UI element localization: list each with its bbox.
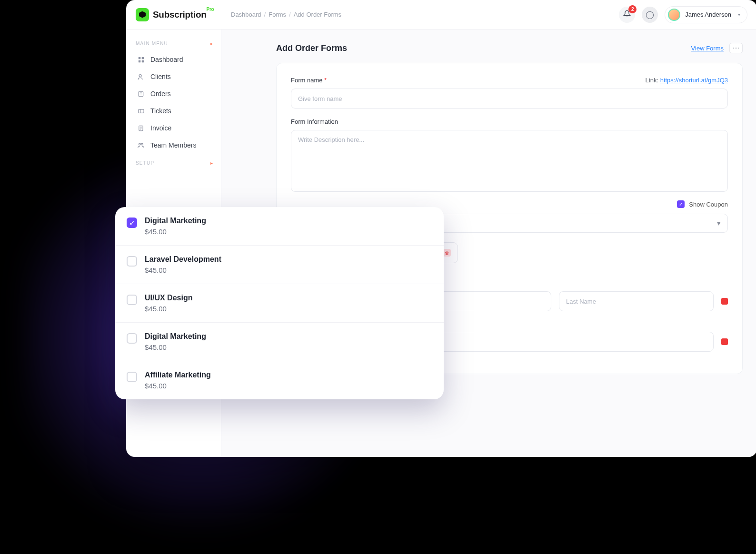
name-field-label: Name	[398, 279, 728, 287]
form-link: Link: https://shorturl.at/gmJQ3	[646, 77, 728, 84]
app-header: SubscriptionPro Dashboard / Forms / Add …	[126, 0, 756, 30]
notification-badge: 2	[628, 5, 637, 13]
breadcrumb-current: Add Order Forms	[294, 11, 341, 18]
form-info-label: Form Information	[291, 118, 728, 125]
user-menu[interactable]: James Anderson ▾	[665, 6, 747, 23]
svg-rect-0	[138, 57, 140, 59]
form-name-input[interactable]	[291, 89, 728, 109]
caret-icon: ▸	[210, 160, 213, 166]
svg-point-4	[139, 74, 141, 77]
users-icon	[137, 73, 145, 80]
chevron-down-icon: ▾	[738, 12, 740, 17]
option-item[interactable]: ✓ Digital Marketing $45.00	[115, 207, 444, 246]
sidebar-item-orders[interactable]: Orders	[133, 85, 216, 102]
sidebar-section-main[interactable]: MAIN MENU ▸	[133, 34, 216, 51]
svg-rect-8	[138, 109, 143, 113]
svg-point-12	[141, 143, 143, 145]
checkbox-unchecked-icon	[127, 372, 137, 382]
option-item[interactable]: Digital Marketing $45.00	[115, 323, 444, 361]
last-name-input[interactable]	[559, 291, 714, 311]
brand-logo[interactable]: SubscriptionPro	[136, 8, 231, 21]
option-item[interactable]: UI/UX Design $45.00	[115, 284, 444, 323]
svg-rect-2	[138, 60, 140, 62]
checkbox-unchecked-icon	[127, 256, 137, 267]
breadcrumb-item[interactable]: Forms	[269, 11, 286, 18]
grid-icon	[137, 56, 145, 63]
remove-pill-button[interactable]: 🗑	[443, 249, 451, 257]
svg-rect-3	[141, 60, 143, 62]
option-item[interactable]: Affiliate Marketing $45.00	[115, 361, 444, 399]
checkbox-checked-icon: ✓	[677, 200, 685, 208]
sidebar-item-clients[interactable]: Clients	[133, 68, 216, 85]
ticket-icon	[137, 108, 145, 115]
form-info-textarea[interactable]	[291, 130, 728, 192]
sidebar-item-invoice[interactable]: Invoice	[133, 119, 216, 137]
breadcrumb: Dashboard / Forms / Add Order Forms	[231, 11, 341, 18]
sidebar-item-dashboard[interactable]: Dashboard	[133, 51, 216, 68]
caret-icon: ▸	[210, 41, 213, 46]
view-forms-link[interactable]: View Forms	[691, 45, 724, 52]
trash-icon: 🗑	[445, 250, 449, 256]
logo-mark-icon	[136, 8, 149, 21]
notifications-button[interactable]: 2	[619, 7, 635, 23]
sidebar-item-team[interactable]: Team Members	[133, 137, 216, 154]
svg-rect-1	[141, 57, 143, 59]
checkbox-unchecked-icon	[127, 295, 137, 305]
service-dropdown: ✓ Digital Marketing $45.00 Laravel Devel…	[115, 207, 444, 399]
checkbox-unchecked-icon	[127, 333, 137, 344]
checkbox-checked-icon: ✓	[127, 218, 137, 228]
avatar	[668, 9, 680, 21]
delete-field-button[interactable]	[721, 298, 728, 305]
form-name-label: Form name *	[291, 77, 327, 84]
help-button[interactable]: ◯	[642, 7, 658, 23]
sidebar-section-setup[interactable]: SETUP ▸	[133, 154, 216, 170]
more-button[interactable]: ⋯	[729, 43, 743, 53]
chevron-down-icon: ▾	[717, 219, 721, 228]
delete-field-button[interactable]	[721, 338, 728, 345]
breadcrumb-item[interactable]: Dashboard	[231, 11, 261, 18]
email-input[interactable]	[397, 332, 714, 352]
circle-icon: ◯	[646, 10, 654, 19]
svg-point-11	[139, 143, 141, 145]
short-link[interactable]: https://shorturl.at/gmJQ3	[660, 77, 728, 84]
email-field-label: Email	[398, 320, 728, 327]
file-icon	[137, 90, 145, 98]
brand-name: SubscriptionPro	[153, 10, 214, 20]
option-item[interactable]: Laravel Development $45.00	[115, 246, 444, 284]
page-title: Add Order Forms	[276, 43, 347, 53]
team-icon	[137, 142, 145, 149]
invoice-icon	[137, 125, 145, 132]
user-name: James Anderson	[685, 11, 731, 18]
sidebar-item-tickets[interactable]: Tickets	[133, 102, 216, 119]
